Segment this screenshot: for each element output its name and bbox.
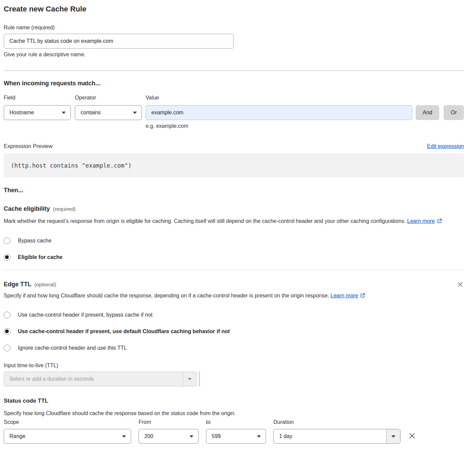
remove-status-code-ttl-button[interactable] — [408, 432, 416, 440]
required-tag: (required) — [53, 206, 76, 212]
cache-eligibility-heading: Cache eligibility — [4, 205, 50, 212]
edge-ttl-description-text: Specify if and how long Cloudflare shoul… — [4, 293, 329, 298]
page-title: Create new Cache Rule — [4, 5, 464, 13]
and-button[interactable]: And — [416, 105, 439, 120]
cache-eligibility-description: Mark whether the request’s response from… — [4, 216, 464, 227]
radio-label: Use cache-control header if present, use… — [18, 328, 230, 335]
radio-selected-icon[interactable] — [4, 328, 10, 335]
ttl-duration-select[interactable]: Select or add a duration in seconds — [4, 372, 197, 386]
duration-select[interactable]: 1 day — [273, 429, 400, 444]
external-link-icon — [360, 292, 365, 301]
to-select[interactable]: 599 — [206, 429, 266, 444]
status-code-ttl-description: Specify how long Cloudflare should cache… — [4, 409, 464, 418]
ttl-duration-placeholder: Select or add a duration in seconds — [4, 376, 94, 382]
from-select-value: 200 — [144, 433, 153, 439]
close-edge-ttl-button[interactable] — [457, 281, 464, 288]
to-select-value: 599 — [212, 433, 221, 439]
close-icon — [457, 282, 463, 287]
from-select[interactable]: 200 — [139, 429, 199, 444]
value-input[interactable] — [146, 105, 412, 120]
field-label: Field — [4, 95, 71, 101]
chevron-down-icon — [62, 112, 66, 114]
field-select-value: Hostname — [9, 110, 34, 116]
learn-more-link[interactable]: Learn more — [331, 293, 358, 298]
edit-expression-link[interactable]: Edit expression — [427, 143, 464, 149]
caret-indicator — [199, 372, 200, 386]
radio-label: Use cache-control header if present, byp… — [18, 312, 152, 318]
expression-preview-label: Expression Preview — [4, 143, 53, 149]
to-label: to — [206, 419, 266, 425]
chevron-down-icon — [257, 435, 261, 438]
optional-tag: (optional) — [34, 282, 56, 287]
from-label: From — [139, 419, 199, 425]
status-code-ttl-heading: Status code TTL — [4, 398, 464, 404]
radio-unselected-icon[interactable] — [4, 312, 10, 318]
edge-ttl-option-bypass[interactable]: Use cache-control header if present, byp… — [4, 312, 464, 318]
duration-label: Duration — [273, 419, 400, 425]
radio-label: Eligible for cache — [18, 254, 62, 260]
edge-ttl-option-ignore[interactable]: Ignore cache-control header and use this… — [4, 345, 464, 351]
section-divider — [4, 70, 464, 71]
operator-label: Operator — [75, 95, 142, 101]
duration-select-value: 1 day — [274, 433, 292, 439]
section-divider — [4, 270, 464, 270]
close-icon — [409, 432, 416, 439]
value-label: Value — [146, 95, 412, 101]
expression-code: (http.host contains "example.com") — [11, 162, 131, 169]
expression-code-block: (http.host contains "example.com") — [4, 153, 464, 177]
radio-selected-icon[interactable] — [4, 254, 10, 261]
create-cache-rule-form: Create new Cache Rule Rule name (require… — [0, 0, 476, 451]
scope-select-value: Range — [9, 433, 25, 439]
radio-label: Bypass cache — [18, 238, 52, 244]
rule-name-input[interactable] — [4, 34, 234, 49]
rule-name-label: Rule name (required) — [4, 25, 464, 31]
scope-select[interactable]: Range — [4, 429, 131, 444]
scope-label: Scope — [4, 419, 131, 425]
chevron-down-icon — [122, 435, 126, 438]
chevron-down-icon[interactable] — [386, 429, 400, 443]
eligible-for-cache-option[interactable]: Eligible for cache — [4, 254, 464, 261]
external-link-icon — [437, 217, 442, 227]
chevron-down-icon — [133, 112, 137, 114]
bypass-cache-option[interactable]: Bypass cache — [4, 237, 464, 244]
field-select[interactable]: Hostname — [4, 105, 71, 120]
chevron-down-icon — [189, 435, 194, 438]
edge-ttl-description: Specify if and how long Cloudflare shoul… — [4, 291, 375, 301]
radio-unselected-icon[interactable] — [4, 345, 10, 351]
edge-ttl-heading: Edge TTL — [4, 281, 31, 288]
radio-label: Ignore cache-control header and use this… — [18, 345, 127, 351]
learn-more-link[interactable]: Learn more — [407, 218, 435, 224]
operator-select[interactable]: contains — [75, 105, 142, 120]
operator-select-value: contains — [81, 110, 101, 116]
match-heading: When incoming requests match... — [4, 80, 464, 87]
ttl-input-label: Input time-to-live (TTL) — [4, 362, 464, 369]
radio-unselected-icon[interactable] — [4, 237, 10, 244]
chevron-down-icon[interactable] — [183, 372, 197, 386]
cache-eligibility-description-text: Mark whether the request’s response from… — [4, 218, 406, 224]
then-heading: Then... — [4, 187, 464, 194]
value-helper: e.g. example.com — [146, 123, 464, 129]
edge-ttl-option-default[interactable]: Use cache-control header if present, use… — [4, 328, 464, 335]
or-button[interactable]: Or — [444, 105, 464, 120]
rule-name-helper: Give your rule a descriptive name. — [4, 52, 464, 58]
